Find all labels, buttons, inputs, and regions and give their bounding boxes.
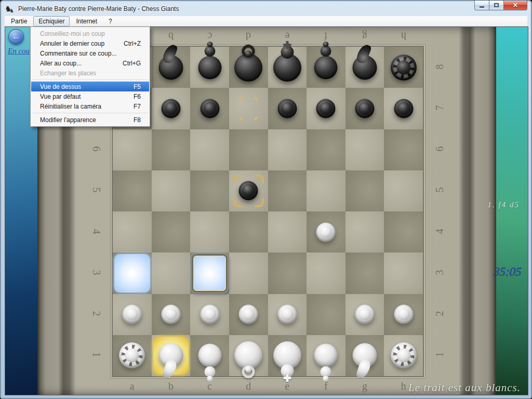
square-d4[interactable] <box>229 211 268 252</box>
square-g5[interactable] <box>345 170 384 211</box>
square-e5[interactable] <box>268 170 307 211</box>
black-pawn-e7[interactable] <box>271 92 304 125</box>
menu-item-label: Commentaire sur ce coup... <box>31 50 141 57</box>
origin-marker-d7 <box>231 89 267 127</box>
board-squares <box>113 47 423 376</box>
window-title: Pierre-Marie Baty contre Pierre-Marie Ba… <box>18 5 179 12</box>
square-a6[interactable] <box>113 129 152 170</box>
minimize-button[interactable] <box>474 1 489 10</box>
title-bar[interactable]: ♞♞ Pierre-Marie Baty contre Pierre-Marie… <box>1 1 531 16</box>
square-f3[interactable] <box>307 252 345 294</box>
square-b3[interactable] <box>152 252 191 294</box>
square-c6[interactable] <box>190 129 229 170</box>
black-pawn-c7[interactable] <box>193 92 227 125</box>
black-pawn-h7[interactable] <box>387 92 420 125</box>
file-label-top-h: h <box>396 30 411 42</box>
file-label-bottom-b: b <box>163 380 179 392</box>
white-pawn-f4[interactable] <box>309 216 342 249</box>
white-pawn-c2[interactable] <box>193 298 227 331</box>
menubar-item-partie[interactable]: Partie <box>6 16 32 26</box>
menu-item-aller-au-coup[interactable]: Aller au coup...Ctrl+G <box>31 58 149 68</box>
black-pawn-f7[interactable] <box>309 92 342 125</box>
square-f5[interactable] <box>307 170 345 211</box>
window-controls: ✕ <box>474 1 527 10</box>
rank-label-right-2: 2 <box>434 306 446 322</box>
menu-item-vue-de-dessus[interactable]: Vue de dessusF5 <box>31 82 149 91</box>
menubar-item-internet[interactable]: Internet <box>71 16 102 26</box>
black-bishop-c8[interactable] <box>193 51 227 84</box>
square-a5[interactable] <box>113 170 152 211</box>
square-g4[interactable] <box>345 211 384 252</box>
square-c5[interactable] <box>190 170 229 211</box>
menu-item-commentaire-sur-ce-coup[interactable]: Commentaire sur ce coup... <box>31 48 149 58</box>
square-b6[interactable] <box>152 129 191 170</box>
white-king-e1[interactable] <box>271 339 304 372</box>
black-rook-h8[interactable] <box>387 51 420 84</box>
origin-chevron-icon <box>234 114 245 125</box>
file-label-top-c: c <box>202 30 218 42</box>
black-pawn-g7[interactable] <box>348 92 381 125</box>
rank-label-left-3: 3 <box>90 264 102 280</box>
rank-label-left-4: 4 <box>90 223 102 239</box>
square-h6[interactable] <box>384 129 423 170</box>
square-h3[interactable] <box>384 252 423 294</box>
black-pawn-d5[interactable] <box>232 174 265 207</box>
menu-separator <box>32 113 148 113</box>
white-knight-g1[interactable] <box>348 339 381 372</box>
file-label-bottom-c: c <box>202 380 218 392</box>
menubar-item-echiquier[interactable]: Echiquier <box>33 16 70 26</box>
black-bishop-f8[interactable] <box>309 51 342 84</box>
square-h5[interactable] <box>384 170 423 211</box>
square-e3[interactable] <box>268 252 307 294</box>
white-knight-b1[interactable] <box>154 339 188 372</box>
back-button[interactable]: ← <box>8 29 24 45</box>
menu-item-r-initialiser-la-cam-ra[interactable]: Réinitialiser la caméraF7 <box>31 101 149 111</box>
echiquier-dropdown-menu: Conseillez-moi un coupAnnuler le dernier… <box>30 26 150 127</box>
white-pawn-g2[interactable] <box>348 298 381 331</box>
square-g6[interactable] <box>345 129 384 170</box>
white-bishop-f1[interactable] <box>309 339 342 372</box>
black-queen-d8[interactable] <box>232 51 265 84</box>
black-king-e8[interactable] <box>271 51 304 84</box>
white-pawn-d2[interactable] <box>232 298 265 331</box>
white-bishop-c1[interactable] <box>193 339 227 372</box>
square-h4[interactable] <box>384 211 423 252</box>
square-b5[interactable] <box>152 170 191 211</box>
white-pawn-b2[interactable] <box>154 298 188 331</box>
white-pawn-a2[interactable] <box>115 298 149 331</box>
menu-item-vue-par-d-faut[interactable]: Vue par défautF6 <box>31 91 149 101</box>
square-d3[interactable] <box>229 252 268 294</box>
square-e6[interactable] <box>268 129 307 170</box>
app-window: ♞♞ Pierre-Marie Baty contre Pierre-Marie… <box>0 0 532 399</box>
menu-item-modifier-l-apparence[interactable]: Modifier l'apparenceF8 <box>31 115 149 125</box>
white-queen-d1[interactable] <box>232 339 265 372</box>
square-f6[interactable] <box>307 129 345 170</box>
square-a4[interactable] <box>113 211 152 252</box>
maximize-button[interactable] <box>489 1 504 10</box>
rank-label-left-6: 6 <box>90 141 102 157</box>
square-d6[interactable] <box>229 129 268 170</box>
square-f2[interactable] <box>307 294 345 335</box>
close-icon: ✕ <box>513 2 518 9</box>
white-rook-a1[interactable] <box>115 339 149 372</box>
game-clock: 35:05 <box>493 265 522 278</box>
white-pawn-h2[interactable] <box>387 298 420 331</box>
rank-label-left-5: 5 <box>90 182 102 198</box>
black-pawn-b7[interactable] <box>154 92 188 125</box>
square-c4[interactable] <box>190 211 229 252</box>
rank-label-right-7: 7 <box>434 100 446 115</box>
menubar-item-?[interactable]: ? <box>103 16 117 26</box>
square-g3[interactable] <box>345 252 384 294</box>
white-pawn-e2[interactable] <box>271 298 304 331</box>
menu-item-shortcut: F7 <box>134 103 149 110</box>
menu-item-annuler-le-dernier-coup[interactable]: Annuler le dernier coupCtrl+Z <box>31 38 149 48</box>
black-knight-g8[interactable] <box>348 51 381 84</box>
square-b4[interactable] <box>152 211 191 252</box>
close-button[interactable]: ✕ <box>504 1 527 10</box>
target-marker-a3[interactable] <box>114 254 150 292</box>
square-e4[interactable] <box>268 211 307 252</box>
menu-item-label: Conseillez-moi un coup <box>31 30 141 37</box>
white-rook-h1[interactable] <box>387 339 420 372</box>
menu-item-echanger-les-places: Echanger les places <box>31 68 149 78</box>
black-knight-b8[interactable] <box>154 51 188 84</box>
